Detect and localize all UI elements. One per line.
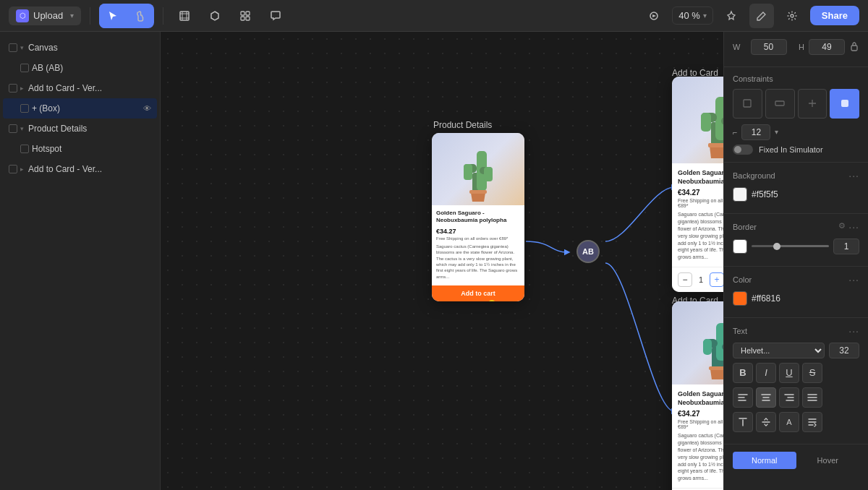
w-input[interactable] [751,39,787,55]
settings-icon[interactable] [780,4,804,28]
background-color-swatch[interactable] [733,187,747,202]
sidebar-item-add-card-1[interactable]: ▸ Add to Card - Ver... [3,78,157,98]
text-options-2[interactable] [756,412,776,432]
card-b-price: €34.27 [678,410,723,418]
product-details-label: Product Details [28,124,151,134]
h-input[interactable] [809,39,845,55]
canvas-background: Product Details Add to Card - Version A … [161,32,723,490]
w-label: W [733,43,746,51]
text-options-4[interactable] [802,412,822,432]
card-a-qty-plus[interactable]: + [710,272,723,287]
fixed-simulator-toggle[interactable] [733,145,753,155]
add-card-1-checkbox[interactable] [9,84,17,93]
card-version-a[interactable]: Golden Saguaro - Neobuxbaumia polylopha … [672,77,723,292]
corner-radius-dropdown-icon[interactable]: ▾ [775,128,778,136]
frame-tool[interactable] [172,4,197,28]
align-justify-button[interactable] [802,387,822,408]
hotspot-label: Hotspot [32,144,151,154]
sidebar-item-ab[interactable]: AB (AB) [3,58,157,78]
hover-tab[interactable]: Hover [796,452,860,469]
grid-tool[interactable] [233,4,258,28]
sidebar-item-canvas[interactable]: ▾ Canvas [3,38,157,58]
constraint-active[interactable] [830,89,859,119]
sidebar-item-hotspot[interactable]: Hotspot [3,139,157,159]
constraint-stretch[interactable] [798,89,827,119]
strikethrough-button[interactable]: S [802,363,822,383]
text-options-1[interactable] [733,412,753,432]
text-format-row: B I U S [733,363,859,383]
card-a-qty-value: 1 [695,275,707,284]
color-hex-value: #ff6816 [752,293,780,304]
toolbar-divider-1 [90,7,90,25]
font-select[interactable]: Helvet... Arial Roboto [733,343,825,358]
hotspot-checkbox[interactable] [20,145,29,153]
visibility-icon[interactable]: 👁 [143,104,151,113]
italic-button[interactable]: I [756,363,776,383]
border-color-swatch[interactable] [733,239,747,254]
svg-rect-27 [709,366,724,370]
zoom-chevron-icon: ▾ [703,12,707,20]
ab-badge[interactable]: AB [576,240,600,263]
edit-button[interactable] [749,4,774,28]
box-checkbox[interactable] [20,104,29,113]
ab-checkbox[interactable] [20,64,29,72]
align-right-button[interactable] [779,387,799,408]
color-swatch[interactable] [733,291,747,306]
align-left-button[interactable] [733,387,753,408]
lock-icon[interactable] [849,41,859,53]
sidebar-item-box[interactable]: + (Box) 👁 [3,98,157,119]
canvas-checkbox[interactable] [9,43,17,52]
sidebar-item-product-details[interactable]: ▾ Product Details [3,119,157,139]
text-options-3[interactable]: A [779,412,799,432]
border-more-icon[interactable]: ··· [848,221,859,233]
hand-tool[interactable] [127,4,154,28]
border-settings-icon[interactable]: ⚙ [838,221,846,233]
corner-radius-input[interactable] [741,124,770,140]
background-more-icon[interactable]: ··· [848,170,859,181]
dimensions-section: W H [724,32,868,67]
text-vertical-align-row: A [733,412,859,432]
constraint-pin[interactable] [733,89,762,119]
normal-tab[interactable]: Normal [733,452,796,469]
share-button[interactable]: Share [810,6,859,25]
text-more-icon[interactable]: ··· [848,325,859,337]
font-size-input[interactable] [829,343,859,358]
color-row: #ff6816 [733,291,859,306]
product-details-expand-icon: ▾ [20,125,24,132]
svg-rect-13 [469,190,487,194]
magic-tool[interactable] [719,4,744,28]
zoom-control[interactable]: 40 % ▾ [672,7,713,25]
comment-tool[interactable] [263,4,288,28]
corner-radius-row: ⌐ ▾ [733,124,859,140]
product-details-checkbox[interactable] [9,124,17,133]
state-tabs-row: Normal Hover [733,452,859,469]
align-center-button[interactable] [756,387,776,408]
svg-rect-17 [701,113,711,132]
border-slider-thumb[interactable] [773,243,780,250]
card-a-qty-minus[interactable]: − [678,272,692,287]
border-slider[interactable] [752,245,829,247]
border-value-input[interactable] [833,238,859,254]
bold-button[interactable]: B [733,363,753,383]
canvas-area[interactable]: Product Details Add to Card - Version A … [161,32,723,490]
card-a-price: €34.27 [678,189,723,197]
sidebar-item-add-card-2[interactable]: ▸ Add to Card - Ver... [3,159,157,179]
component-tool[interactable] [203,4,227,28]
details-card-price: €34.27 [436,228,520,235]
border-row [733,238,859,254]
svg-rect-3 [241,17,244,20]
add-card-2-checkbox[interactable] [9,165,17,173]
right-panel: W H Constraints [723,32,868,490]
project-selector[interactable]: ⬡ Upload ▾ [9,7,81,25]
card-version-b[interactable]: Golden Saguaro - Neobuxbaumia polylopha … [672,301,723,490]
color-more-icon[interactable]: ··· [848,274,859,285]
border-title: Border ⚙ ··· [733,221,859,233]
project-icon: ⬡ [16,9,29,22]
underline-button[interactable]: U [779,363,799,383]
product-details-card[interactable]: Golden Saguaro - Neobuxbaumia polylopha … [432,133,524,301]
constraint-fixed-size[interactable] [765,89,795,119]
dimensions-row: W H [733,39,859,55]
cursor-tool[interactable] [99,4,127,28]
details-add-to-cart[interactable]: Add to cart [432,285,524,301]
preview-icon[interactable] [642,4,666,28]
